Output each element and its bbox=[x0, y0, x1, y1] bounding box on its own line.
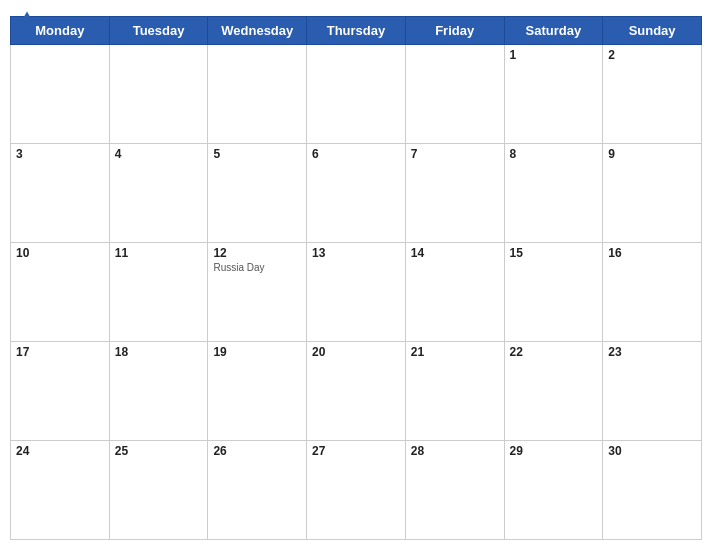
day-number: 2 bbox=[608, 48, 615, 62]
calendar-cell: 23 bbox=[603, 342, 702, 441]
calendar-cell: 10 bbox=[11, 243, 110, 342]
week-row-3: 101112Russia Day13141516 bbox=[11, 243, 702, 342]
day-number: 23 bbox=[608, 345, 621, 359]
calendar-cell: 18 bbox=[109, 342, 208, 441]
weekday-header-sunday: Sunday bbox=[603, 17, 702, 45]
calendar-cell: 30 bbox=[603, 441, 702, 540]
calendar-cell: 9 bbox=[603, 144, 702, 243]
day-number: 9 bbox=[608, 147, 615, 161]
calendar-container: MondayTuesdayWednesdayThursdayFridaySatu… bbox=[0, 0, 712, 550]
day-number: 4 bbox=[115, 147, 122, 161]
day-number: 28 bbox=[411, 444, 424, 458]
calendar-cell: 29 bbox=[504, 441, 603, 540]
day-number: 14 bbox=[411, 246, 424, 260]
calendar-cell: 22 bbox=[504, 342, 603, 441]
calendar-cell: 17 bbox=[11, 342, 110, 441]
day-number: 5 bbox=[213, 147, 220, 161]
day-number: 6 bbox=[312, 147, 319, 161]
day-number: 12 bbox=[213, 246, 226, 260]
calendar-cell: 2 bbox=[603, 45, 702, 144]
calendar-cell: 12Russia Day bbox=[208, 243, 307, 342]
logo-blue bbox=[20, 10, 36, 24]
calendar-cell: 11 bbox=[109, 243, 208, 342]
calendar-cell: 6 bbox=[307, 144, 406, 243]
day-number: 8 bbox=[510, 147, 517, 161]
day-number: 13 bbox=[312, 246, 325, 260]
calendar-cell: 7 bbox=[405, 144, 504, 243]
calendar-cell: 1 bbox=[504, 45, 603, 144]
weekday-header-thursday: Thursday bbox=[307, 17, 406, 45]
weekday-header-wednesday: Wednesday bbox=[208, 17, 307, 45]
weekday-header-tuesday: Tuesday bbox=[109, 17, 208, 45]
calendar-cell: 3 bbox=[11, 144, 110, 243]
calendar-cell: 25 bbox=[109, 441, 208, 540]
calendar-cell: 28 bbox=[405, 441, 504, 540]
week-row-2: 3456789 bbox=[11, 144, 702, 243]
day-number: 1 bbox=[510, 48, 517, 62]
calendar-cell: 20 bbox=[307, 342, 406, 441]
weekday-header-row: MondayTuesdayWednesdayThursdayFridaySatu… bbox=[11, 17, 702, 45]
day-number: 26 bbox=[213, 444, 226, 458]
day-number: 16 bbox=[608, 246, 621, 260]
day-number: 20 bbox=[312, 345, 325, 359]
calendar-cell: 5 bbox=[208, 144, 307, 243]
svg-marker-0 bbox=[21, 11, 32, 21]
calendar-cell: 27 bbox=[307, 441, 406, 540]
event-label: Russia Day bbox=[213, 262, 301, 273]
day-number: 29 bbox=[510, 444, 523, 458]
calendar-cell bbox=[11, 45, 110, 144]
day-number: 25 bbox=[115, 444, 128, 458]
calendar-cell: 4 bbox=[109, 144, 208, 243]
calendar-cell bbox=[307, 45, 406, 144]
day-number: 30 bbox=[608, 444, 621, 458]
day-number: 15 bbox=[510, 246, 523, 260]
calendar-cell bbox=[208, 45, 307, 144]
calendar-cell: 24 bbox=[11, 441, 110, 540]
calendar-body: 123456789101112Russia Day131415161718192… bbox=[11, 45, 702, 540]
day-number: 11 bbox=[115, 246, 128, 260]
calendar-cell: 26 bbox=[208, 441, 307, 540]
calendar-cell: 19 bbox=[208, 342, 307, 441]
calendar-cell: 16 bbox=[603, 243, 702, 342]
calendar-cell bbox=[405, 45, 504, 144]
calendar-cell: 15 bbox=[504, 243, 603, 342]
week-row-4: 17181920212223 bbox=[11, 342, 702, 441]
weekday-header-saturday: Saturday bbox=[504, 17, 603, 45]
logo-icon bbox=[20, 10, 34, 24]
day-number: 27 bbox=[312, 444, 325, 458]
calendar-table: MondayTuesdayWednesdayThursdayFridaySatu… bbox=[10, 16, 702, 540]
week-row-1: 12 bbox=[11, 45, 702, 144]
day-number: 3 bbox=[16, 147, 23, 161]
day-number: 22 bbox=[510, 345, 523, 359]
calendar-cell bbox=[109, 45, 208, 144]
week-row-5: 24252627282930 bbox=[11, 441, 702, 540]
day-number: 24 bbox=[16, 444, 29, 458]
day-number: 7 bbox=[411, 147, 418, 161]
logo-area bbox=[20, 10, 36, 24]
day-number: 21 bbox=[411, 345, 424, 359]
calendar-cell: 13 bbox=[307, 243, 406, 342]
calendar-cell: 21 bbox=[405, 342, 504, 441]
calendar-cell: 8 bbox=[504, 144, 603, 243]
day-number: 19 bbox=[213, 345, 226, 359]
day-number: 17 bbox=[16, 345, 29, 359]
weekday-header-friday: Friday bbox=[405, 17, 504, 45]
calendar-cell: 14 bbox=[405, 243, 504, 342]
day-number: 18 bbox=[115, 345, 128, 359]
day-number: 10 bbox=[16, 246, 29, 260]
